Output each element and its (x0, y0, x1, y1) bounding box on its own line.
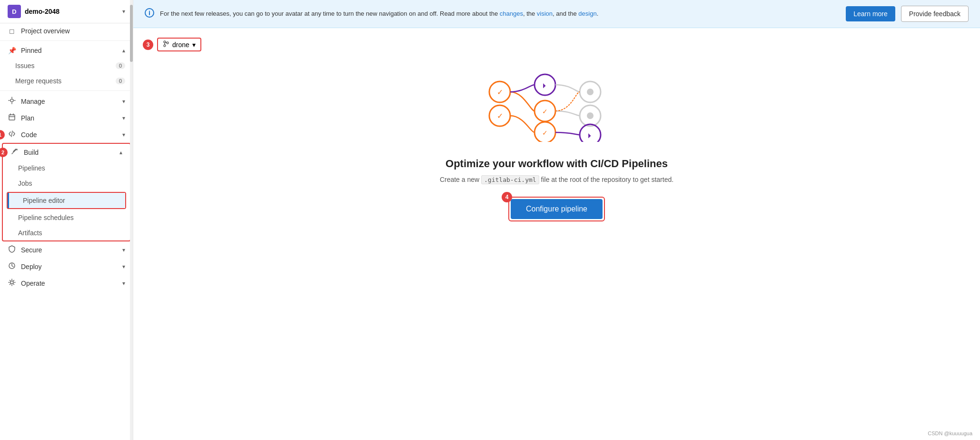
sidebar-item-build[interactable]: 2 Build ▴ (3, 144, 130, 160)
sidebar-item-label: Deploy (21, 263, 118, 270)
step-1-badge: 1 (0, 130, 5, 140)
sidebar-item-operate[interactable]: Operate ▾ (0, 275, 133, 291)
manage-chevron-icon: ▾ (122, 98, 125, 105)
sidebar-item-manage[interactable]: Manage ▾ (0, 93, 133, 110)
configure-wrapper: 4 Configure pipeline (508, 197, 605, 221)
svg-rect-1 (9, 115, 15, 120)
svg-point-7 (167, 42, 168, 44)
banner-info-icon (145, 8, 154, 20)
top-banner: For the next few releases, you can go to… (133, 0, 980, 28)
branch-dropdown[interactable]: drone ▾ (157, 38, 201, 51)
pipeline-illustration: ✓ ✓ ⏵ ✓ ✓ ⏵ (471, 66, 643, 143)
sidebar-item-label: Pipelines (18, 164, 122, 172)
sidebar-item-issues[interactable]: Issues 0 (0, 58, 133, 73)
sidebar-item-secure[interactable]: Secure ▾ (0, 241, 133, 258)
branch-chevron-icon: ▾ (192, 41, 196, 49)
merge-requests-badge: 0 (116, 78, 125, 84)
branch-label: drone (172, 41, 189, 49)
sidebar-item-label: Plan (21, 114, 118, 122)
operate-chevron-icon: ▾ (122, 280, 125, 287)
org-avatar: D (8, 5, 21, 18)
sidebar-item-label: Pipeline editor (23, 197, 118, 204)
svg-text:✓: ✓ (542, 108, 548, 115)
sidebar-header[interactable]: D demo-2048 ▾ (0, 0, 133, 23)
pinned-icon: 📌 (8, 47, 16, 54)
sidebar-item-label: Jobs (18, 180, 122, 187)
main-content: For the next few releases, you can go to… (133, 0, 980, 440)
sidebar-item-pipelines[interactable]: Pipelines (3, 160, 130, 176)
branch-icon (163, 40, 169, 49)
build-chevron-icon: ▴ (119, 149, 122, 156)
sidebar-item-label: Code (21, 131, 118, 139)
plan-chevron-icon: ▾ (122, 115, 125, 121)
pinned-chevron-icon: ▴ (122, 47, 125, 54)
config-file-inline: .gitlab-ci.yml (481, 175, 539, 184)
sidebar-item-jobs[interactable]: Jobs (3, 176, 130, 191)
banner-description: For the next few releases, you can go to… (160, 9, 840, 19)
configure-pipeline-button[interactable]: Configure pipeline (511, 199, 603, 219)
svg-text:✓: ✓ (496, 112, 503, 120)
svg-point-3 (10, 281, 13, 284)
optimize-title: Optimize your workflow with CI/CD Pipeli… (445, 158, 668, 170)
configure-btn-outline: Configure pipeline (508, 197, 605, 221)
sidebar-item-plan[interactable]: Plan ▾ (0, 110, 133, 126)
page-footer: CSDN @kuuuugua (928, 430, 972, 436)
svg-text:⏵: ⏵ (587, 131, 594, 139)
svg-text:⏵: ⏵ (542, 81, 548, 89)
sidebar-item-label: Build (24, 149, 115, 156)
pipeline-editor-outline: Pipeline editor (7, 192, 126, 209)
pipeline-center: Optimize your workflow with CI/CD Pipeli… (366, 158, 747, 221)
sidebar-item-label: Artifacts (18, 229, 122, 237)
plan-icon (8, 113, 16, 122)
org-name: demo-2048 (25, 8, 119, 15)
svg-point-21 (587, 112, 594, 119)
issues-badge: 0 (116, 62, 125, 69)
sidebar: D demo-2048 ▾ ◻ Project overview 📌 Pinne… (0, 0, 133, 440)
svg-text:✓: ✓ (542, 129, 548, 137)
sidebar-item-label: Secure (21, 246, 118, 254)
sidebar-item-label: Operate (21, 280, 118, 287)
sidebar-item-label: Issues (15, 62, 111, 70)
step-3-badge: 3 (143, 40, 153, 50)
banner-link-vision[interactable]: vision (537, 10, 553, 17)
build-icon (10, 148, 19, 157)
sidebar-item-label: Merge requests (15, 77, 111, 85)
sidebar-item-pinned[interactable]: 📌 Pinned ▴ (0, 43, 133, 58)
pipeline-area: 3 drone ▾ ✓ ✓ ⏵ ✓ (133, 28, 980, 440)
build-section: 2 Build ▴ Pipelines Jobs Pipeline editor… (2, 143, 131, 241)
banner-link-design[interactable]: design (578, 10, 596, 17)
step-4-badge: 4 (502, 192, 512, 202)
sidebar-item-label: Pipeline schedules (18, 214, 122, 221)
sidebar-item-pipeline-schedules[interactable]: Pipeline schedules (3, 210, 130, 225)
optimize-desc: Create a new .gitlab-ci.yml file at the … (440, 176, 673, 183)
code-icon (8, 130, 16, 139)
provide-feedback-button[interactable]: Provide feedback (901, 6, 969, 22)
sidebar-item-deploy[interactable]: Deploy ▾ (0, 258, 133, 275)
code-chevron-icon: ▾ (122, 131, 125, 138)
step-2-badge: 2 (0, 148, 8, 157)
sidebar-item-code[interactable]: 1 Code ▾ (0, 126, 133, 143)
svg-text:✓: ✓ (496, 88, 503, 96)
sidebar-item-artifacts[interactable]: Artifacts (3, 225, 130, 240)
svg-point-19 (587, 89, 594, 95)
org-chevron-icon: ▾ (122, 8, 125, 15)
project-overview-icon: ◻ (8, 27, 16, 35)
manage-icon (8, 97, 16, 106)
sidebar-item-project-overview[interactable]: ◻ Project overview (0, 23, 133, 39)
sidebar-item-label: Project overview (21, 27, 125, 35)
sidebar-item-merge-requests[interactable]: Merge requests 0 (0, 73, 133, 89)
secure-chevron-icon: ▾ (122, 247, 125, 253)
deploy-chevron-icon: ▾ (122, 263, 125, 270)
banner-link-changes[interactable]: changes (500, 10, 523, 17)
branch-selector-row: 3 drone ▾ (143, 38, 970, 51)
svg-point-0 (10, 99, 13, 102)
secure-icon (8, 245, 16, 254)
deploy-icon (8, 262, 16, 271)
footer-text: CSDN @kuuuugua (928, 430, 972, 436)
sidebar-item-label: Pinned (21, 47, 118, 54)
sidebar-item-pipeline-editor[interactable]: Pipeline editor (8, 193, 125, 208)
operate-icon (8, 279, 16, 288)
sidebar-item-label: Manage (21, 98, 118, 105)
learn-more-button[interactable]: Learn more (846, 6, 895, 21)
